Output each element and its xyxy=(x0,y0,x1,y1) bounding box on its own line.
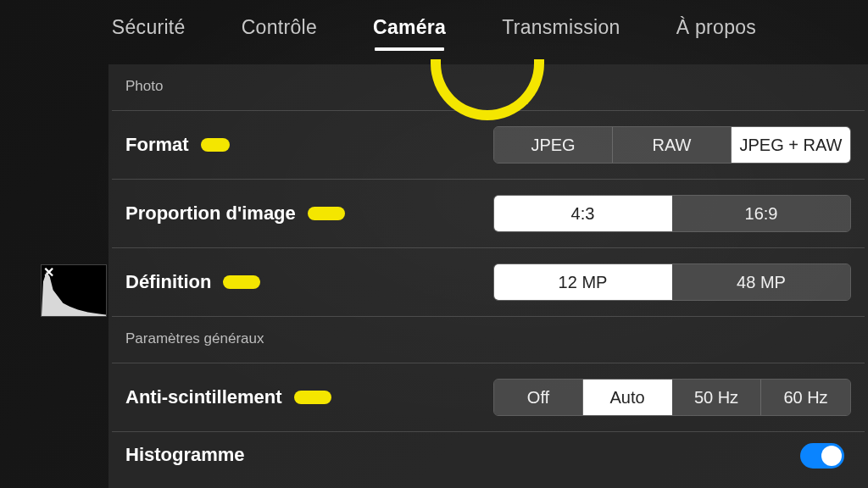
camera-settings-panel: Photo Format JPEG RAW JPEG + RAW Proport… xyxy=(108,64,868,488)
definition-option-12mp[interactable]: 12 MP xyxy=(494,264,672,300)
highlighter-mark xyxy=(294,391,331,404)
definition-option-48mp[interactable]: 48 MP xyxy=(672,264,850,300)
row-aspect: Proportion d'image 4:3 16:9 xyxy=(108,180,868,247)
histogram-icon xyxy=(42,265,106,316)
format-option-jpegraw[interactable]: JPEG + RAW xyxy=(732,127,850,163)
antiflicker-option-off[interactable]: Off xyxy=(494,380,583,415)
row-format: Format JPEG RAW JPEG + RAW xyxy=(108,111,868,179)
section-photo-label: Photo xyxy=(108,64,868,110)
format-option-jpeg[interactable]: JPEG xyxy=(494,127,613,163)
antiflicker-option-auto[interactable]: Auto xyxy=(583,380,672,415)
antiflicker-option-60hz[interactable]: 60 Hz xyxy=(761,380,850,415)
aspect-option-4-3[interactable]: 4:3 xyxy=(494,196,672,231)
highlighter-mark xyxy=(308,207,345,220)
tab-control[interactable]: Contrôle xyxy=(242,16,317,49)
antiflicker-option-50hz[interactable]: 50 Hz xyxy=(672,380,761,415)
tab-about[interactable]: À propos xyxy=(676,16,756,49)
aspect-option-16-9[interactable]: 16:9 xyxy=(672,196,850,231)
histogram-label: Histogramme xyxy=(125,444,245,466)
definition-label: Définition xyxy=(125,271,211,293)
histogram-toggle[interactable] xyxy=(800,443,844,469)
highlighter-mark xyxy=(223,275,260,289)
format-segmented: JPEG RAW JPEG + RAW xyxy=(493,126,851,164)
aspect-label: Proportion d'image xyxy=(125,202,296,225)
antiflicker-segmented: Off Auto 50 Hz 60 Hz xyxy=(493,379,851,416)
tab-camera[interactable]: Caméra xyxy=(373,16,446,49)
histogram-thumbnail[interactable]: ✕ xyxy=(41,264,107,317)
svg-marker-0 xyxy=(42,272,106,317)
aspect-segmented: 4:3 16:9 xyxy=(493,195,851,232)
antiflicker-label: Anti-scintillement xyxy=(125,386,282,408)
settings-tab-bar: Sécurité Contrôle Caméra Transmission À … xyxy=(0,0,868,64)
row-definition: Définition 12 MP 48 MP xyxy=(108,248,868,316)
definition-segmented: 12 MP 48 MP xyxy=(493,263,851,301)
highlighter-mark xyxy=(201,138,230,152)
format-option-raw[interactable]: RAW xyxy=(613,127,732,163)
row-histogram: Histogramme xyxy=(108,432,868,466)
tab-transmission[interactable]: Transmission xyxy=(502,16,620,49)
row-antiflicker: Anti-scintillement Off Auto 50 Hz 60 Hz xyxy=(108,363,868,431)
section-general-label: Paramètres généraux xyxy=(108,317,868,363)
tab-security[interactable]: Sécurité xyxy=(112,16,186,49)
format-label: Format xyxy=(125,134,189,156)
